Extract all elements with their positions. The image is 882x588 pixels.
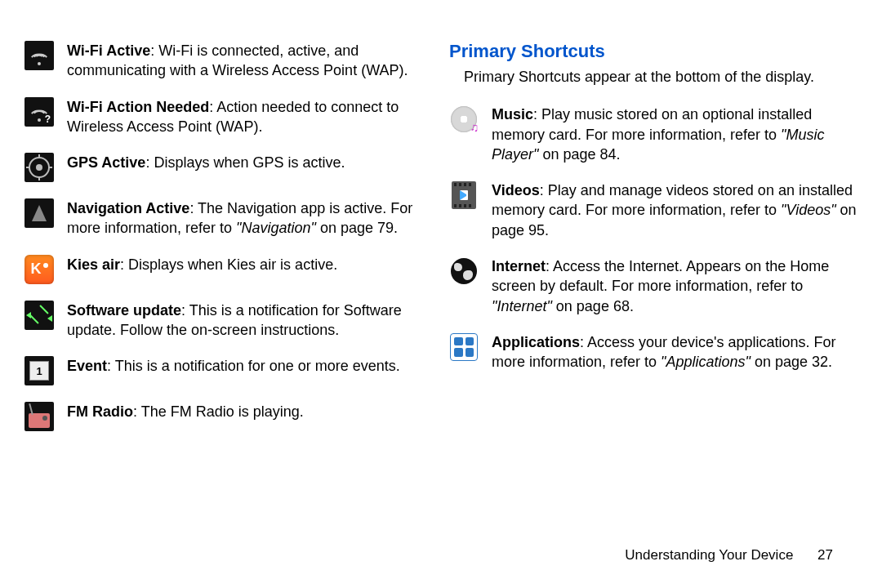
entry-desc-post: on page 84. (538, 146, 620, 163)
section-heading: Primary Shortcuts (449, 41, 858, 62)
videos-icon (449, 180, 479, 210)
entry-text: Wi-Fi Active: Wi-Fi is connected, active… (67, 41, 433, 81)
entry-desc-post: on page 32. (751, 354, 832, 370)
entry-text: Navigation Active: The Navigation app is… (67, 198, 433, 238)
footer-page-number: 27 (817, 547, 833, 563)
entry-text: Kies air: Displays when Kies air is acti… (67, 255, 433, 274)
entry-text: Wi-Fi Action Needed: Action needed to co… (67, 97, 433, 137)
page-body: Wi-Fi Active: Wi-Fi is connected, active… (0, 0, 882, 448)
entry-title: Wi-Fi Active (67, 42, 150, 59)
entry-event: 1 Event: This is a notification for one … (24, 356, 433, 385)
entry-text: Internet: Access the Internet. Appears o… (492, 256, 858, 316)
entry-text: Music: Play music stored on an optional … (492, 105, 858, 164)
entry-ref: "Applications" (661, 354, 751, 370)
entry-gps: GPS Active: Displays when GPS is active. (24, 153, 433, 182)
entry-title: Wi-Fi Action Needed (67, 99, 209, 115)
entry-title: Software update (67, 302, 181, 318)
entry-text: Applications: Access your device's appli… (492, 332, 858, 372)
kies-air-icon: K (24, 255, 54, 284)
footer-section: Understanding Your Device (625, 547, 793, 563)
entry-desc: : Displays when Kies air is active. (120, 256, 337, 273)
entry-ref: "Internet" (492, 298, 552, 314)
entry-desc: : Displays when GPS is active. (145, 154, 345, 171)
entry-text: Videos: Play and manage videos stored on… (492, 180, 858, 240)
gps-icon (24, 153, 54, 182)
right-column: Primary Shortcuts Primary Shortcuts appe… (449, 41, 858, 448)
entry-title: Navigation Active (67, 200, 189, 216)
entry-ref: "Navigation" (236, 220, 316, 236)
entry-kies: K Kies air: Displays when Kies air is ac… (24, 255, 433, 284)
entry-desc-pre: : Play music stored on an optional insta… (492, 106, 812, 142)
software-update-icon (24, 301, 54, 330)
entry-text: Software update: This is a notification … (67, 301, 433, 341)
entry-desc: : This is a notification for one or more… (107, 358, 400, 374)
entry-desc: : The FM Radio is playing. (133, 403, 304, 420)
navigation-icon (24, 198, 54, 228)
left-column: Wi-Fi Active: Wi-Fi is connected, active… (24, 41, 433, 448)
entry-applications: Applications: Access your device's appli… (449, 332, 858, 372)
event-icon: 1 (24, 356, 54, 385)
page-footer: Understanding Your Device 27 (625, 547, 833, 564)
entry-software-update: Software update: This is a notification … (24, 301, 433, 341)
entry-desc-post: on page 68. (552, 298, 634, 314)
entry-text: GPS Active: Displays when GPS is active. (67, 153, 433, 172)
entry-text: Event: This is a notification for one or… (67, 356, 433, 376)
entry-title: Applications (492, 334, 580, 350)
entry-title: Kies air (67, 256, 120, 273)
music-icon: ♫ (449, 105, 479, 134)
entry-ref: "Videos" (781, 202, 836, 218)
entry-videos: Videos: Play and manage videos stored on… (449, 180, 858, 240)
entry-title: Music (492, 106, 533, 122)
wifi-action-icon: ? (24, 97, 54, 127)
entry-title: GPS Active (67, 154, 145, 171)
applications-icon (449, 332, 479, 362)
entry-title: FM Radio (67, 403, 133, 420)
entry-fm-radio: FM Radio: The FM Radio is playing. (24, 402, 433, 431)
entry-navigation: Navigation Active: The Navigation app is… (24, 198, 433, 238)
fm-radio-icon (24, 402, 54, 431)
entry-title: Event (67, 358, 107, 374)
entry-music: ♫ Music: Play music stored on an optiona… (449, 105, 858, 164)
wifi-active-icon (24, 41, 54, 70)
entry-text: FM Radio: The FM Radio is playing. (67, 402, 433, 421)
entry-desc-post: on page 79. (316, 220, 398, 236)
entry-title: Videos (492, 182, 540, 198)
entry-internet: Internet: Access the Internet. Appears o… (449, 256, 858, 316)
entry-title: Internet (492, 258, 546, 274)
entry-wifi-action: ? Wi-Fi Action Needed: Action needed to … (24, 97, 433, 137)
section-subtitle: Primary Shortcuts appear at the bottom o… (449, 67, 858, 87)
entry-wifi-active: Wi-Fi Active: Wi-Fi is connected, active… (24, 41, 433, 81)
internet-icon (449, 256, 479, 286)
